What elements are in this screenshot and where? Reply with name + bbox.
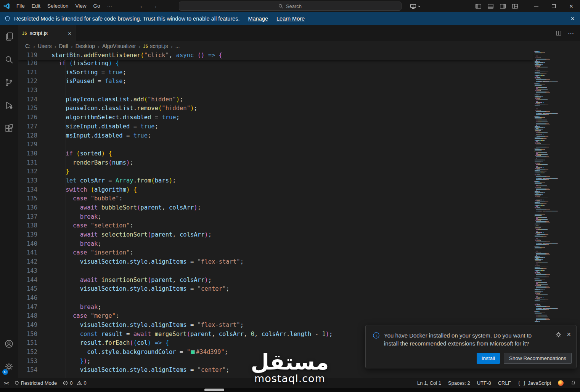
- code-text[interactable]: msInput.disabled = true;: [51, 131, 151, 141]
- line-number[interactable]: 136: [18, 203, 37, 213]
- toggle-primary-sidebar-icon[interactable]: [475, 3, 482, 10]
- accounts-button[interactable]: [0, 332, 18, 355]
- code-line[interactable]: 134 switch (algorithm) {: [18, 186, 580, 195]
- code-line[interactable]: 133 let colsArr = Array.from(bars);: [18, 176, 580, 186]
- command-center-search[interactable]: Search: [179, 2, 402, 11]
- code-text[interactable]: await insertionSort(parent, colsArr);: [51, 276, 212, 285]
- line-number[interactable]: 126: [18, 113, 37, 122]
- code-text[interactable]: visualSection.style.alignItems = "flex-s…: [51, 321, 244, 330]
- line-number[interactable]: 124: [18, 95, 37, 104]
- code-line[interactable]: 126 algorithmSelect.disabled = true;: [18, 113, 580, 122]
- breadcrumb-users[interactable]: Users: [38, 43, 52, 49]
- code-text[interactable]: break;: [51, 303, 101, 312]
- breadcrumb-algovisualizer[interactable]: AlgoVisualizer: [102, 43, 136, 49]
- code-text[interactable]: break;: [51, 213, 101, 222]
- learn-more-link[interactable]: Learn More: [276, 16, 305, 22]
- toggle-secondary-sidebar-icon[interactable]: [500, 3, 506, 10]
- line-number[interactable]: 138: [18, 221, 37, 230]
- code-text[interactable]: visualSection.style.alignItems = "center…: [51, 285, 230, 294]
- code-line[interactable]: 130 if (sorted) {: [18, 149, 580, 158]
- code-text[interactable]: if (sorted) {: [51, 149, 112, 158]
- code-text[interactable]: case "insertion":: [51, 248, 133, 258]
- line-number[interactable]: 129: [18, 140, 37, 149]
- code-text[interactable]: if (!isSorting) {: [51, 59, 119, 68]
- code-text[interactable]: break;: [51, 240, 101, 249]
- split-editor-icon[interactable]: [556, 30, 562, 36]
- line-number[interactable]: 140: [18, 240, 37, 249]
- breadcrumb-desktop[interactable]: Desktop: [76, 43, 95, 49]
- settings-button[interactable]: ↻: [0, 355, 18, 378]
- line-number[interactable]: 121: [18, 68, 37, 77]
- extensions-button[interactable]: [0, 117, 18, 139]
- line-number[interactable]: 137: [18, 213, 37, 222]
- editor-more-actions-icon[interactable]: ⋯: [568, 30, 574, 37]
- code-line[interactable]: 125 pauseIcon.classList.remove("hidden")…: [18, 104, 580, 113]
- code-line[interactable]: 124 playIcon.classList.add("hidden");: [18, 95, 580, 104]
- banner-close-icon[interactable]: ×: [570, 15, 575, 23]
- menu-view[interactable]: View: [72, 0, 90, 12]
- code-line[interactable]: 128 msInput.disabled = true;: [18, 131, 580, 141]
- code-text[interactable]: visualSection.style.alignItems = "center…: [51, 366, 230, 375]
- code-text[interactable]: await selectionSort(parent, colsArr);: [51, 230, 212, 240]
- line-number[interactable]: 131: [18, 158, 37, 168]
- line-number[interactable]: 148: [18, 312, 37, 321]
- line-number[interactable]: 122: [18, 77, 37, 86]
- line-number[interactable]: 146: [18, 294, 37, 303]
- code-line[interactable]: 119startBtn.addEventListener("click", as…: [18, 51, 533, 60]
- code-line[interactable]: 120 if (!isSorting) {: [18, 59, 580, 68]
- line-number[interactable]: 130: [18, 149, 37, 158]
- code-line[interactable]: 143: [18, 267, 580, 276]
- line-number[interactable]: 141: [18, 248, 37, 258]
- code-text[interactable]: visualSection.style.alignItems = "flex-s…: [51, 258, 244, 267]
- code-line[interactable]: 147 break;: [18, 303, 580, 312]
- language-status[interactable]: { } JavaScript: [518, 380, 551, 386]
- tab-scriptjs[interactable]: JS script.js ×: [18, 25, 76, 41]
- menu-more[interactable]: ⋯: [104, 0, 116, 12]
- code-text[interactable]: case "selection":: [51, 221, 133, 230]
- line-number[interactable]: 143: [18, 267, 37, 276]
- code-line[interactable]: 136 await bubbleSort(parent, colsArr);: [18, 203, 580, 213]
- code-line[interactable]: 123: [18, 86, 580, 95]
- code-line[interactable]: 132 }: [18, 167, 580, 176]
- code-line[interactable]: 137 break;: [18, 213, 580, 222]
- install-button[interactable]: Install: [477, 353, 500, 364]
- customize-layout-icon[interactable]: [512, 3, 518, 10]
- code-line[interactable]: 146: [18, 294, 580, 303]
- indentation-status[interactable]: Spaces: 2: [448, 380, 470, 386]
- encoding-status[interactable]: UTF-8: [477, 380, 491, 386]
- code-line[interactable]: 140 break;: [18, 240, 580, 249]
- code-text[interactable]: algorithmSelect.disabled = true;: [51, 113, 180, 122]
- line-number[interactable]: 128: [18, 131, 37, 141]
- line-number[interactable]: 127: [18, 122, 37, 131]
- code-line[interactable]: 139 await selectionSort(parent, colsArr)…: [18, 230, 580, 240]
- menu-file[interactable]: File: [13, 0, 28, 12]
- close-window-button[interactable]: ×: [562, 0, 580, 12]
- browser-extension-status[interactable]: [558, 380, 564, 386]
- code-text[interactable]: });: [51, 357, 91, 366]
- menu-edit[interactable]: Edit: [28, 0, 44, 12]
- code-line[interactable]: 144 await insertionSort(parent, colsArr)…: [18, 276, 580, 285]
- code-text[interactable]: case "merge":: [51, 312, 119, 321]
- minimize-button[interactable]: [527, 0, 545, 12]
- line-number[interactable]: 142: [18, 258, 37, 267]
- code-line[interactable]: 145 visualSection.style.alignItems = "ce…: [18, 285, 580, 294]
- code-text[interactable]: sizeInput.disabled = true;: [51, 122, 158, 131]
- manage-link[interactable]: Manage: [248, 16, 268, 22]
- back-button[interactable]: ←: [139, 3, 145, 10]
- run-debug-button[interactable]: [0, 94, 18, 117]
- line-number[interactable]: 154: [18, 366, 37, 375]
- line-number[interactable]: 152: [18, 348, 37, 357]
- search-button[interactable]: [0, 48, 18, 71]
- code-text[interactable]: pauseIcon.classList.remove("hidden");: [51, 104, 198, 113]
- maximize-button[interactable]: [545, 0, 562, 12]
- code-text[interactable]: }: [51, 167, 69, 176]
- tab-close-icon[interactable]: ×: [68, 30, 71, 37]
- breadcrumb-dell[interactable]: Dell: [59, 43, 68, 49]
- sticky-scroll-line[interactable]: 119startBtn.addEventListener("click", as…: [18, 51, 533, 60]
- code-text[interactable]: await bubbleSort(parent, colsArr);: [51, 203, 201, 213]
- remote-indicator[interactable]: ><: [4, 380, 8, 386]
- line-number[interactable]: 123: [18, 86, 37, 95]
- line-number[interactable]: 133: [18, 176, 37, 186]
- eol-status[interactable]: CRLF: [498, 380, 511, 386]
- line-number[interactable]: 139: [18, 230, 37, 240]
